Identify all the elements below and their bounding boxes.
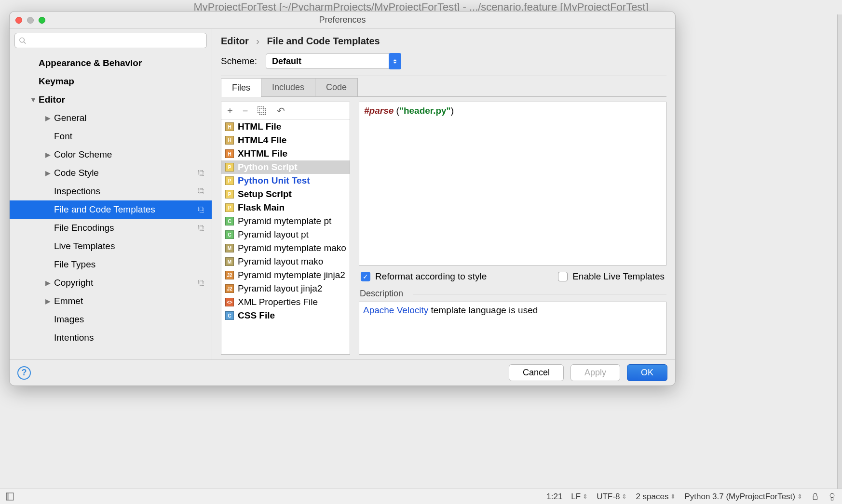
cancel-button[interactable]: Cancel — [509, 364, 564, 381]
template-item-label: Pyramid mytemplate jinja2 — [238, 270, 345, 280]
template-item-pmtpt[interactable]: CPyramid mytemplate pt — [221, 214, 350, 228]
template-item-pmtjinja[interactable]: J2Pyramid mytemplate jinja2 — [221, 268, 350, 282]
code-paren: ( — [394, 106, 399, 116]
search-icon — [19, 37, 26, 44]
remove-icon[interactable]: − — [243, 106, 248, 117]
scheme-scope-icon: ⿻ — [198, 279, 205, 287]
tree-general[interactable]: ▶General — [10, 109, 212, 127]
enable-live-checkbox[interactable]: Enable Live Templates — [558, 271, 665, 282]
template-item-html4[interactable]: HHTML4 File — [221, 133, 350, 147]
template-item-label: Pyramid mytemplate mako — [238, 243, 346, 253]
svg-point-5 — [830, 493, 834, 498]
zoom-icon[interactable] — [39, 17, 45, 24]
ok-button[interactable]: OK — [627, 364, 667, 381]
tree-font[interactable]: Font — [10, 127, 212, 146]
help-icon[interactable]: ? — [17, 366, 31, 380]
breadcrumb-root[interactable]: Editor — [221, 36, 249, 46]
template-item-pljinja[interactable]: J2Pyramid layout jinja2 — [221, 282, 350, 295]
scheme-select[interactable]: Default — [266, 53, 401, 69]
tree-file-encodings[interactable]: File Encodings⿻ — [10, 219, 212, 237]
options-row: ✓Reformat according to style Enable Live… — [359, 265, 666, 288]
file-type-icon: M — [225, 244, 234, 252]
template-item-label: Setup Script — [238, 189, 292, 199]
tab-files[interactable]: Files — [221, 79, 261, 97]
status-bar: 1:21 LF UTF-8 2 spaces Python 3.7 (MyPro… — [0, 489, 842, 504]
tree-copyright[interactable]: ▶Copyright⿻ — [10, 274, 212, 292]
template-item-pyscript[interactable]: PPython Script — [221, 160, 350, 174]
close-icon[interactable] — [15, 17, 22, 24]
template-code-editor[interactable]: #parse ("header.py") — [359, 102, 666, 265]
chevron-right-icon[interactable]: ▶ — [45, 297, 52, 305]
scheme-scope-icon: ⿻ — [198, 224, 205, 232]
tree-appearance[interactable]: Appearance & Behavior — [10, 54, 212, 72]
template-item-pmtmako[interactable]: MPyramid mytemplate mako — [221, 241, 350, 255]
tab-includes[interactable]: Includes — [261, 78, 315, 96]
tree-emmet[interactable]: ▶Emmet — [10, 292, 212, 310]
template-item-plmako[interactable]: MPyramid layout mako — [221, 255, 350, 268]
status-line-sep[interactable]: LF — [571, 492, 588, 502]
chevron-right-icon[interactable]: ▶ — [45, 114, 52, 122]
search-input[interactable] — [29, 37, 203, 45]
tree-editor[interactable]: ▼Editor — [10, 91, 212, 109]
code-string: "header.py" — [399, 106, 451, 116]
scheme-scope-icon: ⿻ — [198, 169, 205, 177]
template-panel: + − ⿻ ↶ HHTML FileHHTML4 FileHXHTML File… — [221, 102, 350, 355]
chevron-right-icon[interactable]: ▶ — [45, 279, 52, 287]
status-indent[interactable]: 2 spaces — [636, 492, 676, 502]
lock-icon[interactable] — [811, 492, 819, 501]
chevron-right-icon[interactable]: ▶ — [45, 151, 52, 159]
minimize-icon[interactable] — [27, 17, 34, 24]
template-item-css[interactable]: CCSS File — [221, 309, 350, 322]
tree-file-types[interactable]: File Types — [10, 255, 212, 274]
search-input-wrap[interactable] — [14, 33, 207, 48]
code-paren: ) — [451, 106, 454, 116]
status-caret-pos[interactable]: 1:21 — [546, 492, 562, 502]
select-stepper-icon[interactable] — [389, 53, 401, 69]
scheme-scope-icon: ⿻ — [198, 187, 205, 195]
reformat-checkbox[interactable]: ✓Reformat according to style — [361, 271, 487, 282]
template-item-xhtml[interactable]: HXHTML File — [221, 147, 350, 160]
add-icon[interactable]: + — [227, 106, 233, 117]
template-item-setup[interactable]: PSetup Script — [221, 187, 350, 201]
status-sdk[interactable]: Python 3.7 (MyProjectForTest) — [684, 492, 802, 502]
tree-live-templates[interactable]: Live Templates — [10, 237, 212, 255]
template-item-xmlprops[interactable]: <>XML Properties File — [221, 295, 350, 309]
tree-images[interactable]: Images — [10, 310, 212, 329]
file-type-icon: P — [225, 163, 234, 172]
status-encoding[interactable]: UTF-8 — [597, 492, 627, 502]
file-type-icon: C — [225, 311, 234, 320]
tool-window-icon[interactable] — [6, 492, 14, 501]
tree-intentions[interactable]: Intentions — [10, 329, 212, 347]
tree-color-scheme[interactable]: ▶Color Scheme — [10, 146, 212, 164]
description-label: Description — [360, 289, 666, 299]
chevron-right-icon[interactable]: ▶ — [45, 169, 52, 177]
template-item-pyunit[interactable]: PPython Unit Test — [221, 174, 350, 187]
file-type-icon: H — [225, 136, 234, 145]
svg-rect-4 — [813, 496, 817, 499]
svg-point-0 — [20, 38, 24, 42]
apply-button[interactable]: Apply — [570, 364, 620, 381]
description-link[interactable]: Apache Velocity — [363, 305, 428, 315]
template-item-plpt[interactable]: CPyramid layout pt — [221, 228, 350, 241]
template-item-label: Pyramid layout jinja2 — [238, 283, 322, 294]
inspector-icon[interactable] — [828, 492, 836, 501]
tree-inspections[interactable]: Inspections⿻ — [10, 182, 212, 200]
tree-file-templates[interactable]: File and Code Templates⿻ — [10, 200, 212, 219]
scheme-scope-icon: ⿻ — [198, 206, 205, 213]
settings-tree[interactable]: Appearance & Behavior Keymap ▼Editor ▶Ge… — [10, 52, 212, 359]
template-item-html[interactable]: HHTML File — [221, 120, 350, 133]
tab-code[interactable]: Code — [315, 78, 358, 96]
copy-icon[interactable]: ⿻ — [258, 106, 267, 117]
template-item-flask[interactable]: PFlask Main — [221, 201, 350, 214]
chevron-down-icon[interactable]: ▼ — [30, 96, 37, 104]
file-type-icon: H — [225, 149, 234, 158]
tree-keymap[interactable]: Keymap — [10, 72, 212, 91]
template-list[interactable]: HHTML FileHHTML4 FileHXHTML FilePPython … — [221, 120, 350, 354]
file-type-icon: H — [225, 122, 234, 131]
revert-icon[interactable]: ↶ — [277, 105, 285, 117]
tree-code-style[interactable]: ▶Code Style⿻ — [10, 164, 212, 182]
template-item-label: XML Properties File — [238, 297, 318, 307]
template-toolbar: + − ⿻ ↶ — [221, 102, 350, 120]
template-item-label: Python Script — [238, 162, 298, 172]
template-item-label: HTML File — [238, 121, 281, 132]
